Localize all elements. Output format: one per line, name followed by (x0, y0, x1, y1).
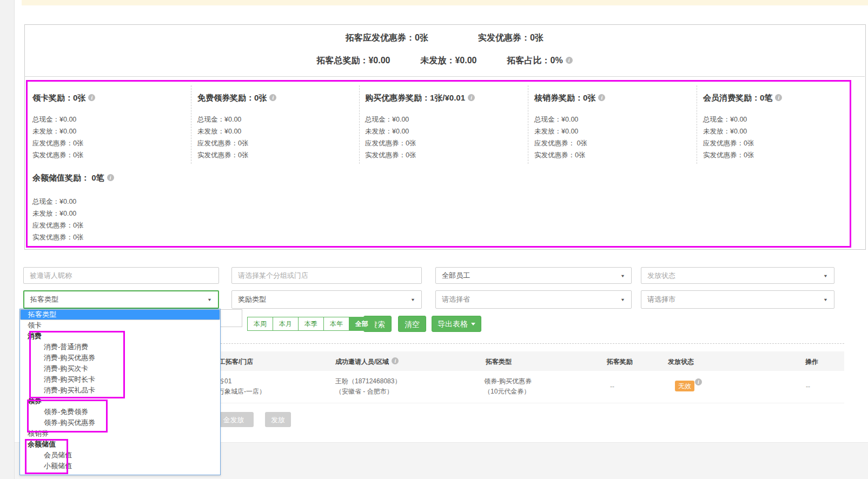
col-staff-store: 工拓客/门店 (219, 357, 253, 367)
preset-all[interactable]: 全部 (349, 317, 375, 331)
stat-line: 实发优惠券：0张 (32, 231, 83, 243)
col-issue-status: 发放状态 (668, 357, 694, 367)
summary-ratio-text: 拓客占比：0% (507, 56, 562, 65)
province-value: 请选择省 (442, 295, 470, 304)
dropdown-group-get-coupon[interactable]: 领券 (20, 396, 220, 407)
card-stats-card-reward: 总现金：¥0.00 未发放：¥0.00 应发优惠券：0张 实发优惠券：0张 (32, 114, 83, 161)
cell-guest-type: 领券-购买优惠券 （10元代金券） (484, 376, 532, 397)
summary-coupons-issued: 实发优惠券：0张 (478, 32, 544, 44)
guest-type-coupon: （10元代金券） (484, 387, 532, 397)
issue-status-select[interactable]: 发放状态▼ (641, 267, 834, 284)
status-badge: 无效 (675, 381, 694, 391)
invitee-name-phone: 王盼（18712468083） (335, 376, 401, 387)
stat-line: 总现金：¥0.00 (32, 114, 83, 125)
dropdown-option-consume-buy-duration-card[interactable]: 消费-购买时长卡 (20, 374, 220, 385)
preset-this-year[interactable]: 本年 (323, 317, 349, 331)
stat-line: 总现金：¥0.00 (365, 114, 416, 125)
dropdown-option-member-stored[interactable]: 会员储值 (20, 450, 220, 461)
chevron-down-icon: ▼ (823, 273, 828, 278)
chevron-down-icon: ▼ (823, 297, 828, 302)
info-icon[interactable] (775, 94, 782, 101)
staff-select[interactable]: 全部员工▼ (435, 267, 632, 284)
stat-line: 未发放：¥0.00 (197, 125, 248, 137)
info-icon[interactable] (269, 94, 276, 101)
card-divider (191, 85, 191, 164)
guest-type-value: 拓客类型 (30, 295, 58, 304)
issue-button[interactable]: 发放 (265, 412, 291, 427)
dropdown-option-coupon-buy[interactable]: 领券-购买优惠券 (20, 417, 220, 428)
stat-line: 应发优惠券：0张 (32, 219, 83, 231)
dropdown-option-guest-type[interactable]: 拓客类型 (20, 309, 220, 320)
stat-line: 应发优惠券：0张 (365, 137, 416, 149)
guest-type-name: 领券-购买优惠券 (484, 376, 532, 387)
stat-line: 总现金：¥0.00 (32, 196, 83, 208)
card-title-text: 免费领券奖励：0张 (197, 93, 267, 102)
reward-type-value: 奖励类型 (238, 295, 266, 304)
clear-button[interactable]: 清空 (398, 316, 426, 332)
card-title-text: 余额储值奖励： 0笔 (32, 173, 104, 182)
invitee-nickname-input[interactable] (23, 267, 219, 284)
province-select[interactable]: 请选择省▼ (435, 290, 632, 309)
summary-ratio: 拓客占比：0% (507, 55, 572, 66)
card-title-text: 核销券奖励：0张 (534, 93, 595, 102)
summary-total-reward: 拓客总奖励：¥0.00 (316, 55, 390, 66)
dropdown-option-coupon-free[interactable]: 领券-免费领券 (20, 407, 220, 417)
chevron-down-icon: ▼ (620, 297, 625, 302)
stat-line: 实发优惠券：0张 (365, 149, 416, 161)
info-icon[interactable] (392, 357, 399, 364)
top-notice-bar (22, 0, 868, 5)
card-title-balance-stored: 余额储值奖励： 0笔 (32, 173, 114, 183)
card-divider (528, 85, 528, 164)
stat-line: 应发优惠券：0张 (197, 137, 248, 149)
stat-line: 总现金：¥0.00 (703, 114, 754, 125)
card-title-text: 会员消费奖励：0笔 (703, 93, 772, 102)
preset-this-week[interactable]: 本周 (247, 317, 273, 331)
info-icon[interactable] (88, 94, 95, 101)
stat-line: 实发优惠券：0张 (703, 149, 754, 161)
info-icon[interactable] (107, 174, 114, 181)
card-title-free-coupon: 免费领券奖励：0张 (197, 93, 276, 103)
dropdown-option-get-card[interactable]: 领卡 (20, 320, 220, 331)
card-stats-balance-stored: 总现金：¥0.00 未发放：¥0.00 应发优惠券：0张 实发优惠券：0张 (32, 196, 83, 243)
left-edge-strip (0, 0, 15, 479)
info-icon[interactable] (468, 94, 475, 101)
guest-type-dropdown: 拓客类型 领卡 消费 消费-普通消费 消费-购买优惠券 消费-购买次卡 消费-购… (19, 309, 221, 475)
chevron-down-icon: ▼ (410, 297, 415, 302)
dropdown-option-consume-buy-coupon[interactable]: 消费-购买优惠券 (20, 352, 220, 363)
city-select[interactable]: 请选择市▼ (641, 290, 834, 309)
dropdown-option-small-stored[interactable]: 小额储值 (20, 461, 220, 471)
card-title-card-reward: 领卡奖励：0张 (32, 93, 95, 103)
page: 拓客应发优惠券：0张 实发优惠券：0张 拓客总奖励：¥0.00 未发放：¥0.0… (0, 0, 868, 479)
reward-type-select[interactable]: 奖励类型▼ (231, 290, 422, 309)
col-operation: 操作 (805, 357, 818, 367)
dropdown-option-consume-buy-gift-card[interactable]: 消费-购买礼品卡 (20, 385, 220, 396)
card-stats-member-consume: 总现金：¥0.00 未发放：¥0.00 应发优惠券：0张 实发优惠券：0张 (703, 114, 754, 161)
info-icon[interactable] (695, 378, 702, 385)
dropdown-option-consume-buy-times-card[interactable]: 消费-购买次卡 (20, 363, 220, 374)
info-icon[interactable] (598, 94, 605, 101)
card-stats-free-coupon: 总现金：¥0.00 未发放：¥0.00 应发优惠券：0张 实发优惠券：0张 (197, 114, 248, 161)
chevron-down-icon: ▼ (620, 273, 625, 278)
dropdown-group-consume[interactable]: 消费 (20, 331, 220, 342)
dropdown-option-consume-normal[interactable]: 消费-普通消费 (20, 342, 220, 352)
export-table-button[interactable]: 导出表格 (432, 316, 481, 332)
card-title-member-consume: 会员消费奖励：0笔 (703, 93, 782, 103)
store-name: 谷01 (218, 376, 266, 387)
card-title-text: 领卡奖励：0张 (32, 93, 85, 102)
stat-line: 总现金：¥0.00 (197, 114, 248, 125)
summary-unissued: 未发放：¥0.00 (420, 55, 476, 66)
cell-guest-reward: -- (610, 382, 614, 392)
city-value: 请选择市 (647, 295, 675, 304)
stat-line: 实发优惠券：0张 (32, 149, 83, 161)
cell-staff-store: 谷01 万象城店-一店） (218, 376, 266, 397)
preset-this-quarter[interactable]: 本季 (298, 317, 324, 331)
dropdown-option-redeem-coupon[interactable]: 核销券 (20, 428, 220, 439)
card-title-buy-coupon: 购买优惠券奖励：1张/¥0.01 (365, 93, 475, 103)
stat-line: 未发放：¥0.00 (703, 125, 754, 137)
card-stats-redeem-coupon: 总现金：¥0.00 未发放：¥0.00 应发优惠券： 0张 实发优惠券：0张 (534, 114, 587, 161)
group-store-input[interactable] (231, 267, 422, 284)
dropdown-group-balance-stored[interactable]: 余额储值 (20, 439, 220, 450)
info-icon[interactable] (566, 57, 573, 64)
guest-type-select[interactable]: 拓客类型▼ (23, 290, 219, 309)
preset-this-month[interactable]: 本月 (273, 317, 299, 331)
